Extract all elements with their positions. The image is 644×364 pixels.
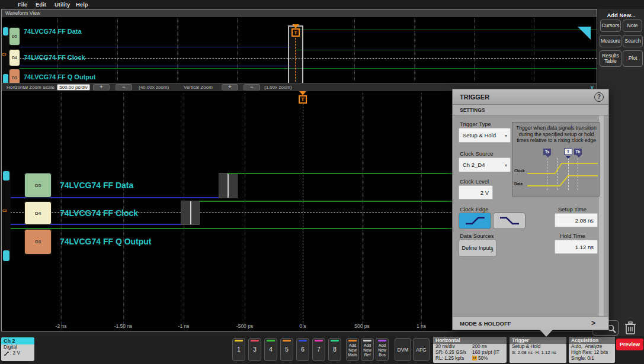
h-zoom-factor: (40.00x zoom) <box>139 85 169 90</box>
h-zoom-scale-label: Horizontal Zoom Scale <box>7 85 55 90</box>
trash-icon <box>623 320 637 336</box>
channel-1-button[interactable]: 1 <box>232 338 245 361</box>
channel-2-name: Ch 2 <box>1 337 34 344</box>
falling-edge-button[interactable] <box>493 212 526 229</box>
q-output-high-segment <box>20 68 597 69</box>
clock-low-segment <box>20 66 291 66</box>
trigger-badge[interactable]: Trigger Setup & Hold S: 2.08 ns H: 1.12 … <box>510 337 566 363</box>
channel-3-button[interactable]: 3 <box>248 338 261 361</box>
channel-8-button[interactable]: 8 <box>328 338 341 361</box>
trigger-type-label: Trigger Type <box>460 121 491 127</box>
search-button[interactable]: Search <box>623 35 643 47</box>
afg-button[interactable]: AFG <box>413 338 430 361</box>
v-zoom-minus-button[interactable]: − <box>243 84 260 91</box>
channel-badge-d4[interactable]: D4 <box>9 49 20 66</box>
add-new-bus-button[interactable]: AddNewBus <box>376 338 389 361</box>
clock-source-label: Clock Source <box>460 150 494 157</box>
define-inputs-button[interactable]: Define Inputs ↗ <box>459 239 496 257</box>
menu-help[interactable]: Help <box>76 1 88 8</box>
channel-handle-bottom[interactable] <box>3 74 8 83</box>
channel-handle-top[interactable] <box>3 171 9 181</box>
channel-badge-d3[interactable]: D3 <box>9 69 20 83</box>
channel-badge-d4[interactable]: D4 <box>24 201 52 225</box>
acquisition-badge-title: Acquisition <box>569 337 615 344</box>
dvm-button[interactable]: DVM <box>395 338 411 361</box>
trigger-source-marker: C2 <box>2 209 7 212</box>
trigger-info-line: Trigger when data signals transition <box>512 125 600 131</box>
chevron-down-icon: ▾ <box>505 162 507 167</box>
trigger-marker-badge[interactable]: T <box>291 28 300 37</box>
chevron-right-icon: > <box>591 317 595 330</box>
overview-graticule[interactable]: T -80 ns -60 ns -40 ns -20 ns 0 s 20 ns … <box>2 17 597 83</box>
channel-label-clock: 74LVCG74 FF Clock <box>24 54 85 61</box>
clock-transition-zone <box>181 201 200 225</box>
trigger-info-line: times relative to a rising clock edge <box>512 137 600 144</box>
acquisition-badge[interactable]: Acquisition Auto, Analyze High Res: 12 b… <box>569 337 615 363</box>
bus-color-stripe <box>378 340 386 342</box>
channel-2-type: Digital <box>1 344 34 350</box>
cursors-button[interactable]: Cursors <box>600 20 621 32</box>
h-zoom-scale-input[interactable]: 500.00 ps/div <box>57 84 90 91</box>
channel-color-stripe <box>299 340 307 342</box>
results-table-button[interactable]: Results Table <box>600 50 621 67</box>
data-low-segment <box>20 47 291 47</box>
horizontal-badge-title: Horizontal <box>433 337 507 344</box>
clock-source-value: Ch 2_D4 <box>463 162 485 168</box>
add-new-ref-button[interactable]: AddNewRef <box>361 338 374 361</box>
trigger-info-line: during the specified setup or hold <box>512 131 600 138</box>
clock-source-dropdown[interactable]: Ch 2_D4 ▾ <box>459 157 511 172</box>
setup-time-input[interactable]: 2.08 ns <box>555 213 598 227</box>
channel-5-button[interactable]: 5 <box>280 338 293 361</box>
channel-label-q-output: 74LVCG74 FF Q Output <box>24 73 95 80</box>
menu-file[interactable]: File <box>18 1 27 8</box>
channel-7-button[interactable]: 7 <box>312 338 325 361</box>
zoom-overview-icon[interactable] <box>578 27 591 40</box>
menu-utility[interactable]: Utility <box>55 1 70 8</box>
horizontal-badge[interactable]: Horizontal 20 ns/div200 ns SR: 6.25 GS/s… <box>433 337 507 363</box>
trigger-badge-title: Trigger <box>510 337 566 344</box>
trigger-type-value: Setup & Hold <box>463 132 496 138</box>
channel-handle-top[interactable] <box>3 27 8 36</box>
trigger-marker-badge[interactable]: T <box>299 95 307 104</box>
mode-holdoff-section[interactable]: MODE & HOLDOFF > <box>453 316 608 330</box>
trigger-marker-arrow-icon[interactable] <box>292 24 299 28</box>
trigger-panel-title: TRIGGER <box>453 89 608 105</box>
data-sources-label: Data Sources <box>460 233 494 239</box>
setup-time-value: 2.08 ns <box>575 217 594 224</box>
menu-edit[interactable]: Edit <box>36 1 46 8</box>
channel-badge-d3[interactable]: D3 <box>24 229 52 255</box>
add-new-math-button[interactable]: AddNewMath <box>346 338 359 361</box>
trigger-type-dropdown[interactable]: Setup & Hold ▾ <box>459 128 511 143</box>
add-new-title: Add New... <box>598 12 644 18</box>
hold-time-input[interactable]: 1.12 ns <box>555 240 598 254</box>
trigger-marker-arrow-icon[interactable] <box>299 91 306 95</box>
trigger-position-line <box>295 35 296 83</box>
note-button[interactable]: Note <box>623 20 642 32</box>
trigger-info-box: Trigger when data signals transition dur… <box>512 122 600 197</box>
rising-edge-button[interactable] <box>459 212 491 229</box>
help-icon[interactable]: ? <box>594 92 604 102</box>
h-zoom-plus-button[interactable]: + <box>93 84 110 91</box>
panel-pointer <box>540 330 553 337</box>
v-zoom-plus-button[interactable]: + <box>222 84 238 91</box>
channel-4-button[interactable]: 4 <box>264 338 277 361</box>
clock-level-input[interactable]: 2 V <box>459 185 493 199</box>
trigger-badge-type: Setup & Hold <box>510 344 566 350</box>
channel-6-button[interactable]: 6 <box>296 338 309 361</box>
h-zoom-minus-button[interactable]: − <box>116 84 132 91</box>
delay-icon: U <box>472 356 477 360</box>
plot-button[interactable]: Plot <box>623 50 643 67</box>
channel-handle-bottom[interactable] <box>3 250 9 261</box>
channel-2-badge[interactable]: Ch 2 Digital : 2 V <box>1 337 34 361</box>
measure-button[interactable]: Measure <box>600 35 621 47</box>
falling-edge-icon <box>498 215 521 227</box>
axis-tick: -500 ps <box>236 323 253 329</box>
channel-group-handle[interactable] <box>2 169 11 262</box>
channel-label-clock: 74LVCG74 FF Clock <box>60 208 138 218</box>
channel-badge-d5[interactable]: D5 <box>24 173 52 198</box>
preview-button[interactable]: Preview <box>616 339 643 350</box>
panel-scrollbar[interactable] <box>599 115 604 316</box>
tab-settings[interactable]: SETTINGS <box>453 105 608 115</box>
channel-badge-d5[interactable]: D5 <box>9 27 20 46</box>
trash-button[interactable] <box>623 320 639 336</box>
